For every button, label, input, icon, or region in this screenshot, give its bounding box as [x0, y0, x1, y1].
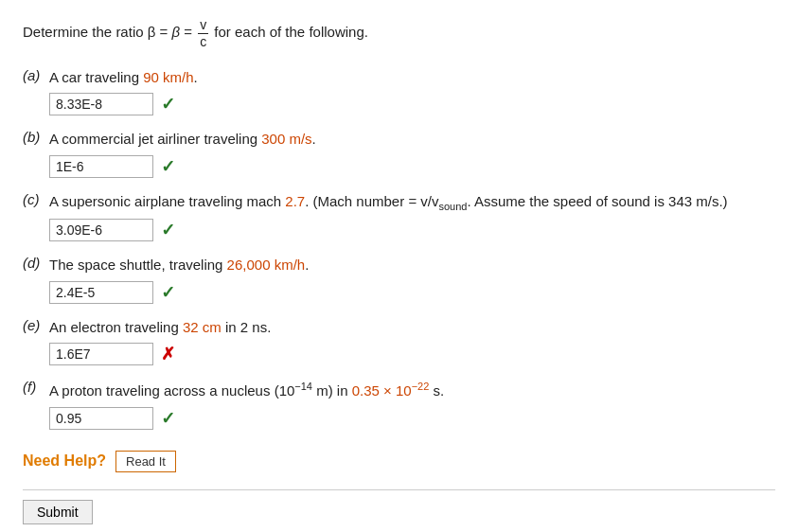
part-d-input-row: ✓ [49, 281, 775, 304]
part-c-input-row: ✓ [49, 219, 775, 241]
part-d: (d) The space shuttle, traveling 26,000 … [23, 255, 775, 304]
read-it-button[interactable]: Read It [115, 451, 176, 472]
part-e: (e) An electron traveling 32 cm in 2 ns.… [23, 317, 775, 366]
part-d-label: (d) The space shuttle, traveling 26,000 … [23, 255, 775, 276]
part-c-highlight: 2.7 [285, 193, 305, 209]
part-b-text: A commercial jet airliner traveling 300 … [49, 129, 775, 151]
part-f-highlight: 0.35 × 10−22 [352, 382, 430, 399]
need-help-label: Need Help? [23, 452, 106, 470]
part-b: (b) A commercial jet airliner traveling … [23, 129, 775, 178]
part-f-text: A proton traveling across a nucleus (10−… [49, 379, 775, 402]
part-c: (c) A supersonic airplane traveling mach… [23, 191, 775, 242]
part-f-letter: (f) [23, 379, 49, 395]
problem-header: Determine the ratio β = β = v c for each… [23, 17, 775, 50]
part-a-input[interactable] [49, 93, 153, 115]
header-text-after: for each of the following. [214, 24, 368, 40]
part-c-text: A supersonic airplane traveling mach 2.7… [49, 191, 775, 215]
part-e-label: (e) An electron traveling 32 cm in 2 ns. [23, 317, 775, 339]
submit-button[interactable]: Submit [23, 500, 93, 524]
part-e-cross-icon: ✗ [161, 344, 175, 364]
part-a-text: A car traveling 90 km/h. [49, 67, 775, 89]
part-f-sup1: −14 [294, 381, 312, 392]
part-b-letter: (b) [23, 129, 49, 145]
bottom-bar: Submit [23, 489, 775, 524]
part-e-highlight: 32 cm [183, 319, 222, 335]
part-c-check-icon: ✓ [161, 220, 175, 240]
part-c-input[interactable] [49, 219, 153, 241]
part-f-input-row: ✓ [49, 407, 775, 430]
part-c-letter: (c) [23, 191, 49, 207]
part-a-check-icon: ✓ [161, 94, 175, 115]
part-a-letter: (a) [23, 67, 49, 83]
beta-symbol: β [171, 24, 180, 40]
part-b-check-icon: ✓ [161, 156, 175, 177]
part-b-label: (b) A commercial jet airliner traveling … [23, 129, 775, 151]
part-f-input[interactable] [49, 407, 153, 430]
part-e-input[interactable] [49, 343, 153, 365]
part-c-label: (c) A supersonic airplane traveling mach… [23, 191, 775, 215]
fraction-numerator: v [198, 17, 208, 34]
fraction: v c [198, 17, 208, 50]
part-b-input[interactable] [49, 155, 153, 178]
part-c-subscript: sound [438, 201, 467, 212]
part-f-check-icon: ✓ [161, 408, 175, 429]
part-e-text: An electron traveling 32 cm in 2 ns. [49, 317, 775, 339]
part-f: (f) A proton traveling across a nucleus … [23, 379, 775, 430]
part-a-label: (a) A car traveling 90 km/h. [23, 67, 775, 89]
part-d-text: The space shuttle, traveling 26,000 km/h… [49, 255, 775, 276]
part-e-letter: (e) [23, 317, 49, 333]
fraction-denominator: c [198, 34, 208, 50]
part-d-input[interactable] [49, 281, 153, 304]
header-text-before: Determine the ratio β = [23, 24, 171, 40]
part-e-input-row: ✗ [49, 343, 775, 365]
part-b-input-row: ✓ [49, 155, 775, 178]
part-a: (a) A car traveling 90 km/h. ✓ [23, 67, 775, 116]
part-f-label: (f) A proton traveling across a nucleus … [23, 379, 775, 402]
need-help-section: Need Help? Read It [23, 451, 775, 472]
part-d-letter: (d) [23, 255, 49, 271]
part-d-check-icon: ✓ [161, 282, 175, 303]
part-a-input-row: ✓ [49, 93, 775, 115]
